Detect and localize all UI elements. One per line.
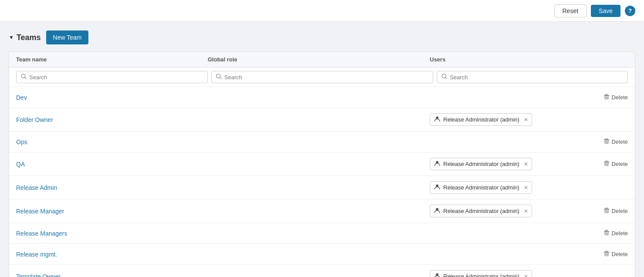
user-tag-label: Release Administrator (admin) [443, 161, 519, 167]
user-icon [434, 115, 441, 124]
team-name-link[interactable]: Dev [16, 94, 27, 101]
delete-label: Delete [611, 161, 628, 167]
users-tags: Release Administrator (admin) ✕ [430, 113, 532, 126]
team-name-link[interactable]: QA [16, 161, 25, 168]
users-tags: Release Administrator (admin) ✕ [430, 158, 532, 170]
trash-icon [604, 160, 610, 168]
table-row: Release Admin Release Administrator (adm… [9, 176, 635, 199]
team-name-link[interactable]: Release Managers [16, 230, 67, 237]
svg-rect-13 [605, 138, 608, 139]
teams-header: ▼ Teams New Team [9, 30, 635, 44]
remove-user-button[interactable]: ✕ [524, 117, 528, 123]
user-tag: Release Administrator (admin) ✕ [430, 113, 532, 126]
delete-team-button[interactable]: Delete [604, 94, 628, 101]
users-cell: Delete [430, 250, 628, 258]
delete-team-button[interactable]: Delete [604, 138, 628, 145]
users-cell: Delete [430, 230, 628, 237]
delete-team-button[interactable]: Delete [604, 250, 628, 258]
svg-line-3 [220, 78, 221, 79]
team-name-search-input[interactable] [29, 74, 203, 81]
trash-icon [604, 207, 610, 215]
search-row [9, 68, 635, 87]
users-cell: Release Administrator (admin) ✕ Delete [430, 205, 628, 217]
main-content: ▼ Teams New Team Team name Global role U… [0, 22, 644, 277]
table-row: Release Manager Release Administrator (a… [9, 199, 635, 223]
global-role-search-wrap [211, 71, 433, 83]
teams-table: Team name Global role Users [9, 51, 635, 277]
user-icon [434, 272, 441, 277]
team-name-cell: Release Managers [16, 230, 208, 237]
team-name-link[interactable]: Release Manager [16, 208, 64, 215]
remove-user-button[interactable]: ✕ [524, 185, 528, 191]
team-name-cell: Release Admin [16, 184, 208, 191]
table-row: QA Release Administrator (admin) ✕ [9, 152, 635, 176]
user-tag: Release Administrator (admin) ✕ [430, 158, 532, 170]
search-icon [442, 74, 447, 81]
delete-team-button[interactable]: Delete [604, 207, 628, 215]
top-bar: Reset Save ? [0, 0, 644, 22]
team-name-link[interactable]: Release mgmt. [16, 251, 57, 258]
global-role-search-input[interactable] [224, 74, 428, 81]
user-tag-label: Release Administrator (admin) [443, 184, 519, 191]
trash-icon [604, 230, 610, 237]
team-name-cell: Release Manager [16, 208, 208, 215]
svg-line-5 [445, 78, 447, 79]
column-header-team-name: Team name [16, 56, 208, 63]
delete-label: Delete [611, 208, 628, 214]
team-name-link[interactable]: Folder Owner [16, 116, 53, 123]
user-tag: Release Administrator (admin) ✕ [430, 270, 532, 277]
trash-icon [604, 94, 610, 101]
team-name-cell: Release mgmt. [16, 251, 208, 258]
reset-button[interactable]: Reset [554, 4, 587, 17]
trash-icon [604, 250, 610, 258]
remove-user-button[interactable]: ✕ [524, 274, 528, 277]
new-team-button[interactable]: New Team [46, 30, 89, 44]
users-tags: Release Administrator (admin) ✕ [430, 270, 532, 277]
table-row: Ops Delete [9, 132, 635, 152]
column-header-users: Users [430, 56, 628, 63]
team-name-cell: Folder Owner [16, 116, 208, 123]
users-search-wrap [437, 71, 628, 83]
svg-rect-7 [605, 94, 608, 95]
column-header-global-role: Global role [208, 56, 430, 63]
users-tags: Release Administrator (admin) ✕ [430, 205, 532, 217]
user-tag: Release Administrator (admin) ✕ [430, 205, 532, 217]
team-name-link[interactable]: Ops [16, 138, 27, 145]
user-icon [434, 160, 441, 168]
table-body: Dev Delete Folder Owner Release [9, 87, 635, 277]
collapse-arrow-icon[interactable]: ▼ [9, 34, 14, 41]
table-row: Folder Owner Release Administrator (admi… [9, 108, 635, 132]
users-cell: Release Administrator (admin) ✕ [430, 181, 628, 194]
help-icon[interactable]: ? [625, 6, 635, 16]
team-name-cell: Ops [16, 138, 208, 145]
users-cell: Release Administrator (admin) ✕ [430, 113, 628, 126]
users-search-input[interactable] [450, 74, 623, 81]
remove-user-button[interactable]: ✕ [524, 208, 528, 214]
delete-label: Delete [611, 251, 628, 257]
delete-team-button[interactable]: Delete [604, 230, 628, 237]
table-header-row: Team name Global role Users [9, 52, 635, 68]
teams-title: ▼ Teams [9, 33, 41, 42]
search-icon [216, 74, 222, 81]
delete-team-button[interactable]: Delete [604, 160, 628, 168]
users-tags: Release Administrator (admin) ✕ [430, 181, 532, 194]
team-name-link[interactable]: Release Admin [16, 184, 57, 191]
users-cell: Delete [430, 138, 628, 145]
users-cell: Release Administrator (admin) ✕ Delete [430, 158, 628, 170]
remove-user-button[interactable]: ✕ [524, 161, 528, 167]
user-tag: Release Administrator (admin) ✕ [430, 181, 532, 194]
svg-rect-26 [605, 208, 608, 208]
search-icon [21, 74, 27, 81]
svg-rect-31 [605, 230, 608, 230]
users-cell: Release Administrator (admin) ✕ [430, 270, 628, 277]
table-row: Release mgmt. Delete [9, 244, 635, 265]
team-name-link[interactable]: Template Owner [16, 273, 61, 277]
svg-line-1 [25, 78, 26, 79]
team-name-cell: QA [16, 161, 208, 168]
user-icon [434, 207, 441, 215]
trash-icon [604, 138, 610, 145]
save-button[interactable]: Save [591, 5, 620, 17]
svg-rect-36 [605, 251, 608, 251]
table-row: Dev Delete [9, 87, 635, 108]
user-tag-label: Release Administrator (admin) [443, 208, 519, 214]
